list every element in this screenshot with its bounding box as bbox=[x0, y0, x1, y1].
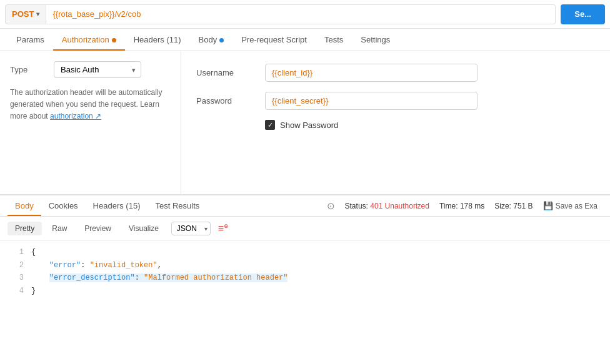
username-input[interactable] bbox=[265, 64, 478, 82]
username-label: Username bbox=[196, 68, 265, 77]
tab-tests[interactable]: Tests bbox=[316, 29, 352, 51]
response-tab-cookies[interactable]: Cookies bbox=[41, 195, 86, 216]
tab-body[interactable]: Body bbox=[190, 29, 233, 51]
status-icon: ⊙ bbox=[327, 200, 335, 212]
format-visualize-button[interactable]: Visualize bbox=[121, 222, 166, 235]
password-input[interactable] bbox=[265, 92, 478, 110]
authorization-dot bbox=[112, 38, 116, 42]
show-password-row: Show Password bbox=[196, 120, 595, 130]
response-code-view: 1 { 2 "error": "invalid_token", 3 "error… bbox=[0, 241, 610, 302]
tab-authorization[interactable]: Authorization bbox=[53, 29, 125, 51]
json-format-select[interactable]: JSON bbox=[171, 222, 211, 235]
tab-settings[interactable]: Settings bbox=[352, 29, 399, 51]
type-select[interactable]: Basic Auth bbox=[54, 61, 141, 78]
panels: Type Basic Auth The authorization header… bbox=[0, 51, 610, 195]
auth-learn-more-link[interactable]: authorization ↗ bbox=[50, 112, 101, 121]
type-select-wrapper: Basic Auth bbox=[54, 61, 141, 78]
password-row: Password bbox=[196, 92, 595, 110]
save-as-button[interactable]: 💾 Save as Exa bbox=[543, 201, 598, 210]
response-tab-body[interactable]: Body bbox=[8, 195, 41, 216]
response-tab-headers[interactable]: Headers (15) bbox=[86, 195, 148, 216]
format-pretty-button[interactable]: Pretty bbox=[8, 222, 42, 235]
password-label: Password bbox=[196, 96, 265, 106]
format-preview-button[interactable]: Preview bbox=[77, 222, 119, 235]
auth-description: The authorization header will be automat… bbox=[10, 87, 171, 123]
tab-headers[interactable]: Headers (11) bbox=[125, 29, 190, 51]
type-label: Type bbox=[10, 65, 54, 74]
auth-left-panel: Type Basic Auth The authorization header… bbox=[0, 51, 181, 194]
request-bar: POST ▾ Se... bbox=[0, 0, 610, 29]
tab-pre-request-script[interactable]: Pre-request Script bbox=[232, 29, 316, 51]
code-line-4: 4 } bbox=[0, 285, 610, 297]
show-password-checkbox[interactable] bbox=[265, 120, 275, 130]
show-password-label[interactable]: Show Password bbox=[280, 121, 338, 130]
method-select[interactable]: POST ▾ bbox=[5, 4, 46, 24]
method-label: POST bbox=[12, 9, 34, 19]
username-row: Username bbox=[196, 64, 595, 82]
save-icon: 💾 bbox=[543, 201, 553, 210]
response-status-bar: ⊙ Status: 401 Unauthorized Time: 178 ms … bbox=[327, 200, 602, 212]
status-label: Status: 401 Unauthorized bbox=[345, 202, 429, 210]
response-tabs: Body Cookies Headers (15) Test Results ⊙… bbox=[0, 195, 610, 217]
code-line-3: 3 "error_description": "Malformed author… bbox=[0, 272, 610, 284]
filter-icon[interactable]: ≡⊕ bbox=[213, 220, 234, 237]
status-code: 401 Unauthorized bbox=[370, 202, 429, 210]
size-info: Size: 751 B bbox=[494, 202, 532, 210]
auth-right-panel: Username Password Show Password bbox=[181, 51, 610, 194]
json-format-wrapper: JSON bbox=[171, 222, 211, 235]
tab-params[interactable]: Params bbox=[8, 29, 53, 51]
method-chevron-icon: ▾ bbox=[36, 11, 39, 17]
app-container: POST ▾ Se... Params Authorization Header… bbox=[0, 0, 610, 364]
code-line-2: 2 "error": "invalid_token", bbox=[0, 259, 610, 272]
body-dot bbox=[219, 38, 224, 42]
time-info: Time: 178 ms bbox=[439, 202, 484, 210]
code-toolbar: Pretty Raw Preview Visualize JSON ≡⊕ bbox=[0, 217, 610, 241]
response-area: Body Cookies Headers (15) Test Results ⊙… bbox=[0, 195, 610, 364]
response-tab-test-results[interactable]: Test Results bbox=[148, 195, 207, 216]
format-raw-button[interactable]: Raw bbox=[44, 222, 74, 235]
send-button[interactable]: Se... bbox=[561, 4, 605, 24]
type-row: Type Basic Auth bbox=[10, 61, 171, 78]
code-line-1: 1 { bbox=[0, 246, 610, 258]
request-tabs: Params Authorization Headers (11) Body P… bbox=[0, 29, 610, 51]
url-input[interactable] bbox=[46, 4, 556, 24]
